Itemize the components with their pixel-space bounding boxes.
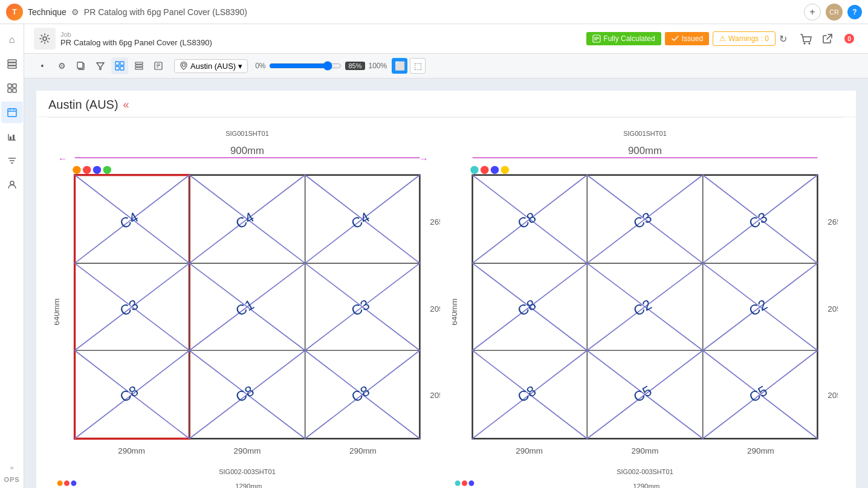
drawing-label-bl: SIG002-003SHT01 — [54, 468, 440, 475]
job-gear-icon[interactable] — [34, 28, 56, 50]
sidebar-item-filter[interactable] — [1, 150, 23, 172]
warning-icon: ⚠ — [719, 34, 726, 43]
drawing-label-tl: SIG001SHT01 — [54, 130, 440, 137]
svg-point-49 — [83, 166, 91, 174]
tool-export[interactable] — [150, 57, 167, 74]
sub-header-info: Job PR Catalog with 6pg Panel Cover (LS8… — [60, 31, 581, 47]
view-single-button[interactable]: ⬜ — [392, 58, 407, 74]
svg-rect-1 — [8, 63, 16, 65]
svg-text:265mm: 265mm — [430, 217, 440, 226]
sidebar-bottom: » OPS — [4, 464, 19, 483]
status-buttons: Fully Calculated Issued ⚠ Warnings : 0 ↻ — [586, 31, 787, 46]
svg-text:C4: C4 — [233, 209, 256, 232]
svg-text:640mm: 640mm — [54, 298, 61, 326]
cart-button[interactable] — [797, 30, 815, 48]
svg-rect-33 — [120, 62, 124, 65]
issued-button[interactable]: Issued — [665, 32, 709, 45]
svg-rect-35 — [120, 66, 124, 70]
add-button[interactable]: + — [804, 4, 821, 21]
svg-point-24 — [804, 43, 806, 45]
svg-point-18 — [10, 181, 14, 185]
svg-text:C4: C4 — [117, 209, 141, 232]
svg-rect-5 — [8, 89, 11, 92]
svg-rect-4 — [13, 84, 16, 88]
sidebar-item-chart[interactable] — [1, 126, 23, 147]
tool-grid[interactable] — [111, 57, 128, 74]
svg-point-51 — [103, 166, 111, 174]
svg-text:C1: C1 — [233, 297, 256, 319]
svg-rect-37 — [135, 65, 143, 67]
svg-text:C2: C2 — [630, 297, 654, 319]
svg-rect-32 — [115, 62, 119, 65]
sidebar-item-home[interactable]: ⌂ — [1, 29, 23, 51]
zoom-end: 100% — [369, 62, 387, 70]
drawing-panel-top-left: SIG001SHT01 900mm ← → — [48, 124, 446, 462]
svg-rect-7 — [8, 109, 16, 117]
canvas-area[interactable]: Austin (AUS) « SIG001SHT01 900mm ← → — [24, 79, 868, 488]
svg-text:205mm: 205mm — [430, 304, 440, 313]
svg-point-48 — [73, 166, 80, 174]
location-dropdown[interactable]: Austin (AUS) ▾ — [174, 59, 248, 73]
sidebar-expand[interactable]: » — [10, 464, 13, 471]
chevron-down-icon: ▾ — [238, 62, 242, 71]
sidebar-item-calendar[interactable] — [1, 101, 23, 123]
svg-text:0: 0 — [847, 36, 851, 42]
svg-text:→: → — [419, 153, 429, 164]
svg-rect-13 — [10, 136, 11, 140]
help-button[interactable]: ? — [847, 5, 862, 19]
ops-logo: OPS — [4, 476, 19, 483]
sidebar-item-layers[interactable] — [1, 53, 23, 75]
svg-text:C3: C3 — [630, 209, 654, 232]
view-toggle: ⬜ ⬚ — [392, 58, 426, 74]
job-title: PR Catalog with 6pg Panel Cover (LS8390) — [84, 7, 799, 17]
svg-rect-0 — [8, 60, 16, 62]
top-bar-actions: + CR ? — [804, 4, 862, 21]
main-content: Job PR Catalog with 6pg Panel Cover (LS8… — [24, 24, 868, 488]
svg-text:290mm: 290mm — [516, 446, 543, 454]
external-link-button[interactable] — [818, 30, 837, 48]
location-header: Austin (AUS) « — [36, 91, 856, 117]
svg-text:C3: C3 — [349, 297, 372, 319]
svg-text:290mm: 290mm — [632, 446, 659, 454]
sidebar-item-grid[interactable] — [1, 77, 23, 99]
tool-copy[interactable] — [73, 57, 89, 74]
svg-rect-6 — [13, 89, 16, 92]
refresh-button[interactable]: ↻ — [779, 33, 787, 45]
tool-dot[interactable]: • — [34, 57, 51, 74]
tool-settings[interactable]: ⚙ — [53, 57, 70, 74]
svg-text:900mm: 900mm — [628, 145, 662, 156]
avatar[interactable]: CR — [826, 4, 843, 21]
canvas-inner: Austin (AUS) « SIG001SHT01 900mm ← → — [36, 91, 856, 488]
location-title: Austin (AUS) — [48, 98, 118, 112]
svg-point-97 — [501, 166, 509, 174]
notification-button[interactable]: 0 — [840, 30, 858, 48]
svg-rect-3 — [8, 84, 11, 88]
svg-point-139 — [71, 481, 76, 486]
zoom-slider[interactable] — [269, 61, 342, 71]
tool-layers[interactable] — [131, 57, 147, 74]
fully-calculated-button[interactable]: Fully Calculated — [586, 32, 661, 45]
svg-text:C4: C4 — [349, 209, 372, 232]
svg-rect-34 — [115, 66, 119, 70]
tool-filter[interactable] — [92, 57, 109, 74]
view-compare-button[interactable]: ⬚ — [410, 58, 426, 74]
warnings-button[interactable]: ⚠ Warnings : 0 — [713, 31, 776, 46]
sidebar-item-user[interactable] — [1, 174, 23, 196]
drawing-svg-br: 1290mm ↕ — [452, 478, 838, 488]
svg-rect-14 — [13, 135, 15, 140]
svg-marker-31 — [97, 63, 104, 69]
svg-text:290mm: 290mm — [349, 446, 377, 454]
svg-point-191 — [468, 481, 474, 486]
svg-text:290mm: 290mm — [747, 446, 774, 454]
gear-icon[interactable]: ⚙ — [71, 7, 79, 17]
svg-rect-36 — [135, 62, 143, 64]
svg-text:205mm: 205mm — [828, 304, 838, 313]
drawing-panel-bottom-left: SIG002-003SHT01 1290mm ↕ — [48, 462, 446, 488]
zoom-value: 85% — [345, 62, 364, 70]
svg-point-95 — [481, 166, 488, 174]
drawing-svg-tr: 900mm — [452, 140, 838, 454]
svg-text:290mm: 290mm — [234, 446, 261, 454]
svg-text:C8: C8 — [515, 209, 539, 232]
svg-text:1290mm: 1290mm — [235, 483, 262, 488]
zoom-start: 0% — [255, 62, 265, 70]
